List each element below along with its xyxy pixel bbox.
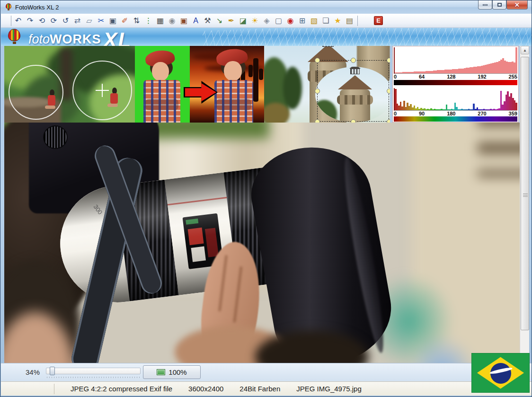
- insert-image-icon[interactable]: ↘: [214, 15, 224, 26]
- brand-works: WORKS: [50, 32, 101, 46]
- status-file-format: JPEG 4:2:2 compressed Exif file: [71, 385, 172, 393]
- histogram-tick-label: 0: [394, 74, 397, 79]
- histogram-tick-label: 0: [394, 111, 397, 116]
- brazil-flag: [471, 353, 530, 393]
- histogram-tick-label: 270: [478, 111, 486, 116]
- paint-bucket-icon[interactable]: ◈: [262, 15, 272, 26]
- thumbnail-histogram-panel[interactable]: 064128192255 090180270359: [392, 46, 519, 123]
- selection-handle[interactable]: [387, 88, 390, 94]
- rotate-right-icon[interactable]: ↷: [25, 15, 35, 26]
- zoom-slider[interactable]: [46, 368, 141, 374]
- copy-shapes-icon[interactable]: ❏: [321, 15, 331, 26]
- scrollbar-thumb[interactable]: [521, 57, 529, 330]
- cut-icon[interactable]: ✂: [96, 15, 106, 26]
- close-button[interactable]: ✕: [506, 0, 528, 9]
- maximize-icon: [497, 3, 502, 7]
- exif-editor-icon[interactable]: E: [374, 16, 383, 25]
- magic-wand-icon[interactable]: ✐: [120, 15, 130, 26]
- clone-source-circle: [9, 65, 63, 120]
- toolbar-separator: [11, 16, 11, 26]
- frame-stamp-icon[interactable]: ▦: [155, 15, 165, 26]
- text-icon[interactable]: A: [191, 15, 201, 26]
- histogram-tick-label: 128: [447, 74, 455, 79]
- selection-handle[interactable]: [315, 119, 320, 123]
- brand-xl: XL: [103, 28, 132, 46]
- color-adjust-icon[interactable]: ⋮: [143, 15, 153, 26]
- free-rotate-icon[interactable]: ▱: [84, 15, 94, 26]
- app-window: FotoWorks XL 2 ✕ ↶↷⟲⟳↺⇄▱✂▣✐⇅⋮▦◉▣A⚒↘✒◪☀◈▢…: [0, 0, 532, 397]
- app-logo-icon: [5, 3, 12, 11]
- levels-icon[interactable]: ⇅: [132, 15, 142, 26]
- vertical-scrollbar[interactable]: ▲: [520, 46, 529, 363]
- tower-roof: [308, 46, 348, 62]
- selection-rect[interactable]: [317, 60, 389, 122]
- window-title: FotoWorks XL 2: [15, 4, 59, 11]
- status-bar: JPEG 4:2:2 compressed Exif file 3600x240…: [1, 381, 532, 396]
- retouch-tools-icon[interactable]: ⚒: [203, 15, 213, 26]
- rotate-cw-icon[interactable]: ⟳: [49, 15, 59, 26]
- hue-histogram-axis: 090180270359: [394, 111, 517, 116]
- status-filename: JPEG IMG_4975.jpg: [296, 385, 362, 393]
- scrollbar-grip-icon: [523, 194, 528, 197]
- selection-handle[interactable]: [351, 119, 356, 123]
- camera-icon[interactable]: ◉: [167, 15, 177, 26]
- histogram-tick-label: 90: [419, 111, 425, 116]
- main-canvas-image[interactable]: 300 135 100: [4, 123, 520, 363]
- crop-icon[interactable]: ▣: [108, 15, 118, 26]
- thumbnail-background-replace-preview[interactable]: [135, 46, 264, 123]
- image-retouch-icon[interactable]: ◪: [238, 15, 248, 26]
- collage-icon[interactable]: ⊞: [297, 15, 307, 26]
- selection-handle[interactable]: [387, 58, 390, 63]
- cactus-silhouette: [253, 58, 258, 102]
- zoom-percent-label: 34%: [26, 368, 40, 376]
- histogram-tick-label: 64: [419, 74, 425, 79]
- thumbnail-forest-clone-preview[interactable]: [4, 46, 135, 123]
- close-icon: ✕: [514, 1, 520, 9]
- title-bar: FotoWorks XL 2 ✕: [0, 0, 532, 14]
- rotate-ccw-icon[interactable]: ⟲: [37, 15, 47, 26]
- rotate-180-icon[interactable]: ↺: [61, 15, 71, 26]
- zoom-slider-ticks: [47, 377, 141, 378]
- toolbar-icons: ↶↷⟲⟳↺⇄▱✂▣✐⇅⋮▦◉▣A⚒↘✒◪☀◈▢◉⊞▧❏★▤: [13, 15, 355, 26]
- red-histogram-plot: [394, 47, 517, 74]
- minimize-icon: [483, 4, 488, 6]
- gift-icon[interactable]: ▧: [309, 15, 319, 26]
- selection-handle[interactable]: [351, 58, 356, 63]
- print-batch-icon[interactable]: ▤: [345, 15, 355, 26]
- red-histogram-axis: 064128192255: [394, 74, 517, 79]
- flip-horizontal-icon[interactable]: ⇄: [72, 15, 82, 26]
- banner-grid-pattern: [203, 28, 532, 46]
- zoom-100-label: 100%: [168, 368, 186, 376]
- before-after-arrow-icon: [185, 82, 216, 103]
- maximize-button[interactable]: [492, 0, 506, 9]
- selection-handle[interactable]: [315, 88, 320, 94]
- picture-frame-icon[interactable]: ▣: [179, 15, 189, 26]
- selection-handle[interactable]: [387, 119, 390, 123]
- rotate-left-icon[interactable]: ↶: [13, 15, 23, 26]
- zoom-100-button[interactable]: 100%: [143, 365, 201, 379]
- histogram-tick-label: 180: [447, 111, 455, 116]
- thumbnail-castle-selection-preview[interactable]: [264, 46, 390, 123]
- histogram-bar: [515, 103, 517, 110]
- zoom-slider-thumb[interactable]: [50, 367, 55, 375]
- histogram-tick-label: 359: [509, 111, 517, 116]
- star-icon[interactable]: ★: [333, 15, 343, 26]
- minimize-button[interactable]: [478, 0, 492, 9]
- red-eye-icon[interactable]: ◉: [285, 15, 295, 26]
- brand-foto: foto: [28, 32, 50, 46]
- border-icon[interactable]: ▢: [274, 15, 284, 26]
- brand-text: fotoWORKS XL: [28, 28, 132, 46]
- status-color-depth: 24Bit Farben: [239, 385, 280, 393]
- histogram-tick-label: 255: [509, 74, 517, 79]
- image-sun-icon[interactable]: ☀: [250, 15, 260, 26]
- camera-dial: [43, 125, 68, 149]
- photographer-foreground: 300 135 100: [4, 123, 520, 363]
- statusbar-separator: [54, 384, 54, 394]
- scroll-up-button[interactable]: ▲: [521, 46, 529, 54]
- brand-banner: fotoWORKS XL: [1, 28, 532, 46]
- pen-icon[interactable]: ✒: [226, 15, 236, 26]
- selection-handle[interactable]: [315, 58, 320, 63]
- histogram-bar: [515, 47, 517, 73]
- histogram-tick-label: 192: [478, 74, 486, 79]
- hue-gradient-bar: [394, 116, 517, 122]
